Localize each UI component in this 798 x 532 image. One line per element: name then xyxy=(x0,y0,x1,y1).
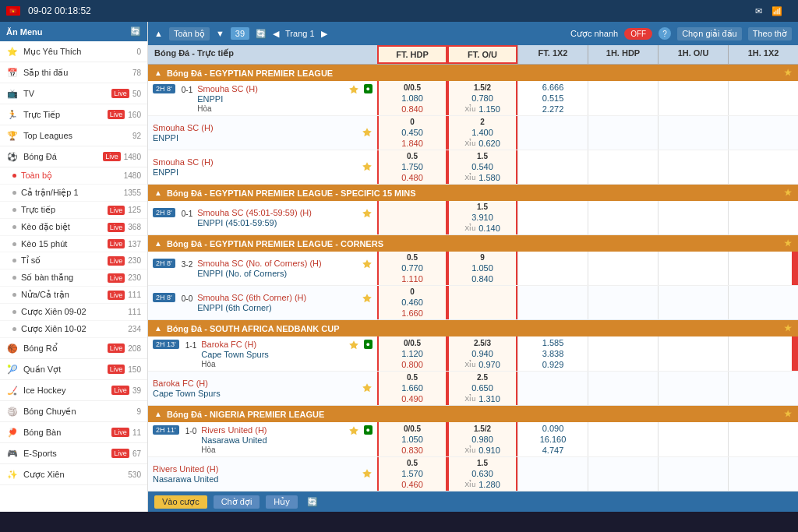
match-star-icon[interactable] xyxy=(362,382,373,395)
sidebar-subitem-toan-bo[interactable]: Toàn bộ 1480 xyxy=(0,167,147,185)
league-header-south-africa[interactable]: ▲ Bóng Đá - SOUTH AFRICA NEDBANK CUP ★ xyxy=(148,320,798,336)
th-1h-ou[interactable]: 1H. O/U xyxy=(658,45,728,64)
toan-bo-button[interactable]: Toàn bộ xyxy=(169,27,210,41)
odds-ft-hdp-ng2[interactable]: 0.5 1.570 0.460 xyxy=(377,457,447,491)
odds-ft-1x2-sa1[interactable]: 1.585 3.838 0.929 xyxy=(517,336,588,371)
league-header-corners[interactable]: ▲ Bóng Đá - EGYPTIAN PREMIER LEAGUE - CO… xyxy=(148,235,798,252)
sidebar-item-yeu-thich[interactable]: ⭐ Mục Yêu Thích 0 xyxy=(0,41,147,62)
subitem-count-cuoc-xien-1002: 234 xyxy=(128,325,141,333)
sidebar-subitem-ti-so[interactable]: Tỉ số Live 230 xyxy=(0,252,147,270)
subitem-label-keo-15: Kèo 15 phút xyxy=(21,239,108,248)
odds-ft-ou-c1[interactable]: 9 1.050 0.840 xyxy=(447,252,517,285)
sidebar-subitem-cuoc-xien-0902[interactable]: Cược Xiên 09-02 111 xyxy=(0,304,147,321)
match-star-icon2[interactable] xyxy=(362,127,373,139)
odds-ft-hdp-sa1[interactable]: 0/0.5 1.120 0.800 xyxy=(377,336,447,371)
bar-chart-icon[interactable]: 📶 xyxy=(772,6,782,16)
huy-button[interactable]: Hủy xyxy=(266,495,297,509)
match-star-icon3[interactable] xyxy=(362,161,373,174)
match-star-icon[interactable] xyxy=(362,293,373,305)
sidebar-item-bong-chuyen[interactable]: 🏐 Bóng Chuyền 9 xyxy=(0,401,147,422)
sidebar-item-e-sports[interactable]: 🎮 E-Sports Live 67 xyxy=(0,443,147,464)
ou-u-val[interactable]: 1.150 xyxy=(478,104,500,114)
sidebar-subitem-cuoc-xien-1002[interactable]: Cược Xiên 10-02 234 xyxy=(0,321,147,338)
sidebar-subitem-nua-ca-tran[interactable]: Nửa/Cả trận Live 111 xyxy=(0,287,147,304)
sidebar-refresh-icon[interactable]: 🔄 xyxy=(130,26,141,37)
league-star-icon[interactable]: ★ xyxy=(784,409,792,419)
odds-ft-ou-sa2[interactable]: 2.5 0.650 Xỉu1.310 xyxy=(447,372,517,405)
theo-thoi-button[interactable]: Theo thờ xyxy=(748,27,792,41)
expand-icon[interactable]: ▲ xyxy=(154,29,163,38)
vao-cuoc-button[interactable]: Vào cược xyxy=(154,495,207,509)
sidebar-subitem-keo-dac-biet[interactable]: Kèo đặc biệt Live 368 xyxy=(0,219,147,236)
toggle-cuoc-nhanh[interactable]: OFF xyxy=(624,28,652,40)
prev-page-icon[interactable]: ◀ xyxy=(273,29,279,39)
odds-ft-hdp-ng1[interactable]: 0/0.5 1.050 0.830 xyxy=(377,422,447,456)
match-star-icon[interactable] xyxy=(348,84,359,97)
league-header-egyptian-pl[interactable]: ▲ Bóng Đá - EGYPTIAN PREMIER LEAGUE ★ xyxy=(148,65,798,81)
sidebar-item-bong-da[interactable]: ⚽ Bóng Đá Live 1480 xyxy=(0,146,147,167)
sidebar-subitem-keo-15[interactable]: Kèo 15 phút Live 137 xyxy=(0,236,147,252)
odds-ft-ou-ng1[interactable]: 1.5/2 0.980 Xỉu0.910 xyxy=(447,422,517,456)
subitem-count-ti-so: 230 xyxy=(128,256,141,265)
odds-ft-1x2-1[interactable]: 6.666 0.515 2.272 xyxy=(517,81,588,115)
odds-ft-ou-3[interactable]: 1.5 0.540 Xỉu1.580 xyxy=(447,150,517,184)
match-star-icon[interactable] xyxy=(362,468,373,481)
hdp-h-val[interactable]: 1.080 xyxy=(401,93,423,103)
sidebar-item-sap-thi-dau[interactable]: 📅 Sắp thi đấu 78 xyxy=(0,62,147,83)
th-ft-hdp[interactable]: FT. HDP xyxy=(377,45,447,64)
odds-ft-ou-1[interactable]: 1.5/2 0.780 Xỉu 1.150 xyxy=(447,81,517,115)
sidebar-item-bong-ro[interactable]: 🏀 Bóng Rổ Live 208 xyxy=(0,338,147,359)
league-star-icon[interactable]: ★ xyxy=(784,188,792,198)
odds-ft-1x2-ng1[interactable]: 0.090 16.160 4.747 xyxy=(517,422,588,456)
odds-ft-ou-2[interactable]: 2 1.400 Xỉu0.620 xyxy=(447,116,517,150)
odds-ft-hdp-1[interactable]: 0/0.5 1.080 0.840 xyxy=(377,81,447,115)
sidebar-subitem-so-ban-thang[interactable]: Số bàn thắng Live 230 xyxy=(0,270,147,287)
odds-ft-hdp-sa2[interactable]: 0.5 1.660 0.490 xyxy=(377,372,447,405)
chevron-down-icon: ▼ xyxy=(216,29,224,38)
sidebar-item-top-leagues[interactable]: 🏆 Top Leagues 92 xyxy=(0,125,147,146)
league-star-icon[interactable]: ★ xyxy=(784,323,792,333)
live-badge: 2H 8' xyxy=(153,84,175,93)
th-1h-hdp[interactable]: 1H. HDP xyxy=(588,45,658,64)
odds-ft-hdp-c2[interactable]: 0 0.460 1.660 xyxy=(377,286,447,319)
th-1h-1x2[interactable]: 1H. 1X2 xyxy=(728,45,798,64)
odds-1h-hdp-3 xyxy=(588,150,658,184)
next-page-icon[interactable]: ▶ xyxy=(321,29,327,39)
odds-ft-ou-sa1[interactable]: 2.5/3 0.940 Xỉu0.970 xyxy=(447,336,517,371)
league-header-egyptian-15[interactable]: ▲ Bóng Đá - EGYPTIAN PREMIER LEAGUE - SP… xyxy=(148,185,798,201)
odds-ft-hdp-c1[interactable]: 0.5 0.770 1.110 xyxy=(377,252,447,285)
mail-icon[interactable]: ✉ xyxy=(755,6,762,16)
hdp-a-val[interactable]: 0.840 xyxy=(401,104,423,114)
chon-giai-dau-button[interactable]: Chọn giải đấu xyxy=(677,27,742,41)
odds-ft-hdp-2[interactable]: 0 0.450 1.840 xyxy=(377,116,447,150)
odds-1h-hdp-c1 xyxy=(588,252,658,285)
sidebar-item-tv[interactable]: 📺 TV Live 50 xyxy=(0,83,147,104)
league-star-icon[interactable]: ★ xyxy=(784,238,792,248)
sidebar-item-ice-hockey[interactable]: 🏒 Ice Hockey Live 39 xyxy=(0,380,147,401)
ou-o-val[interactable]: 0.780 xyxy=(471,93,493,103)
match-star-icon[interactable] xyxy=(362,208,373,220)
sidebar-item-cuoc-xien-main[interactable]: ✨ Cược Xiên 530 xyxy=(0,464,147,485)
sidebar-subitem-ca-tran[interactable]: Cả trận/Hiệp 1 1355 xyxy=(0,185,147,202)
match-score: 1-0 xyxy=(185,427,196,435)
match-star-icon[interactable] xyxy=(348,340,359,352)
sub-dot xyxy=(12,174,16,178)
th-ft-1x2[interactable]: FT. 1X2 xyxy=(517,45,588,64)
odds-ft-hdp-3[interactable]: 0.5 1.750 0.480 xyxy=(377,150,447,184)
league-header-nigeria[interactable]: ▲ Bóng Đá - NIGERIA PREMIER LEAGUE ★ xyxy=(148,406,798,422)
cho-doi-button[interactable]: Chờ đợi xyxy=(214,495,260,509)
odds-ft-ou-15-1[interactable]: 1.5 3.910 Xỉu0.140 xyxy=(447,201,517,234)
refresh-icon[interactable]: 🔄 xyxy=(256,29,267,39)
sidebar-item-quan-vot[interactable]: 🎾 Quần Vợt Live 150 xyxy=(0,359,147,380)
match-star-icon[interactable] xyxy=(362,259,373,271)
help-icon[interactable]: ? xyxy=(659,27,671,40)
league-star-icon[interactable]: ★ xyxy=(784,68,792,78)
th-ft-ou[interactable]: FT. O/U xyxy=(447,45,517,64)
sub-dot xyxy=(12,327,16,331)
match-star-icon[interactable] xyxy=(348,425,359,438)
sidebar-item-truc-tiep[interactable]: 🏃 Trực Tiếp Live 160 xyxy=(0,104,147,125)
sidebar-item-bong-ban[interactable]: 🏓 Bóng Bàn Live 11 xyxy=(0,422,147,443)
sidebar-subitem-truc-tiep[interactable]: Trực tiếp Live 125 xyxy=(0,202,147,219)
odds-ft-ou-ng2[interactable]: 1.5 0.630 Xỉu1.280 xyxy=(447,457,517,491)
bottom-refresh-icon[interactable]: 🔄 xyxy=(307,497,318,507)
